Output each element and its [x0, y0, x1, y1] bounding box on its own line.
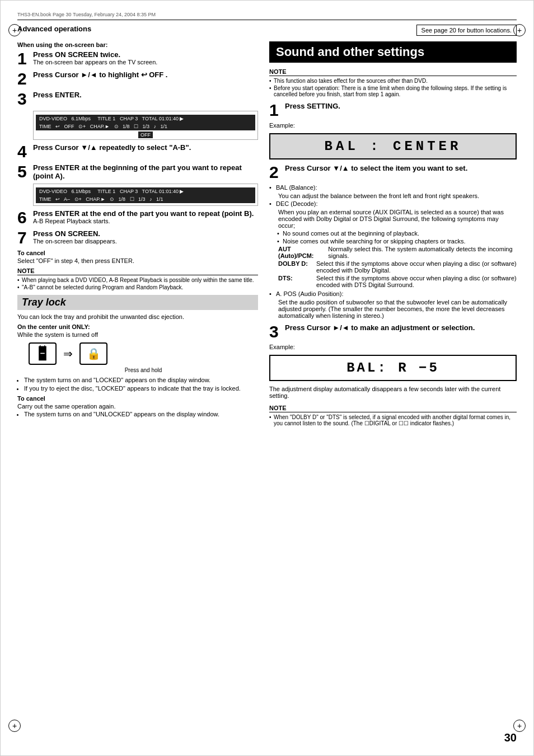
tray-cancel-text1: Carry out the same operation again. — [17, 403, 258, 410]
bal-center-display: BAL : CENTER — [269, 133, 517, 159]
right-note2-title: NOTE — [269, 405, 517, 412]
step-2-text: Press Cursor ►/◄ to highlight ↩ OFF . — [33, 71, 258, 79]
dvd-status-1: DVD-VIDEO 6.1Mbps TITLE 1 CHAP 3 TOTAL 0… — [33, 111, 258, 140]
right-note-2: Before you start operation: There is a t… — [269, 85, 517, 97]
on-center-sub: While the system is turned off — [17, 331, 258, 338]
page-container: THS3-EN.book Page 30 Tuesday, February 2… — [0, 0, 534, 756]
right-step-1-number: 1 — [269, 102, 282, 119]
right-step-3-content: Press Cursor ►/◄ to make an adjustment o… — [285, 323, 517, 332]
apos-desc: Set the audio position of subwoofer so t… — [278, 299, 517, 319]
step-6-text: Press ENTER at the end of the part you w… — [33, 209, 258, 218]
dec-sub-2: Noise comes out while searching for or s… — [283, 238, 517, 245]
step-3-content: Press ENTER. — [33, 91, 258, 99]
step-4-number: 4 — [17, 143, 30, 160]
apos-item: A. POS (Audio Position): — [269, 290, 517, 297]
step-7-text: Press ON SCREEN. — [33, 229, 258, 238]
right-column: Sound and other settings NOTE This funct… — [269, 41, 517, 431]
dvd-box-2: DVD-VIDEO 6.1Mbps TITLE 1 CHAP 3 TOTAL 0… — [33, 184, 258, 206]
corner-mark-tr — [513, 24, 526, 36]
tray-cancel-heading: To cancel — [17, 395, 258, 402]
dec-item: DEC (Decode): — [269, 200, 517, 207]
step-1: 1 Press ON SCREEN twice. The on-screen b… — [17, 50, 258, 67]
when-using-label: When using the on-screen bar: — [17, 41, 258, 48]
step-4-text: Press Cursor ▼/▲ repeatedly to select "A… — [33, 143, 258, 152]
right-step-2-content: Press Cursor ▼/▲ to select the item you … — [285, 164, 517, 172]
right-step-3-text: Press Cursor ►/◄ to make an adjustment o… — [285, 323, 517, 332]
print-info: THS3-EN.book Page 30 Tuesday, February 2… — [17, 12, 156, 17]
step-6: 6 Press ENTER at the end of the part you… — [17, 209, 258, 226]
dolby-val: Select this if the symptoms above occur … — [316, 260, 517, 274]
header-row: Advanced operations See page 20 for butt… — [17, 25, 517, 36]
dvd-off-label: OFF — [36, 132, 255, 138]
dts-key: DTS: — [278, 275, 312, 288]
step-5-content: Press ENTER at the beginning of the part… — [33, 163, 258, 180]
dvd-bar2-line2: TIME ↩ A– ⊙+ CHAP.► ⊙ 1/8 ☐ 1/3 ♪ 1/1 — [36, 195, 255, 203]
tray-cancel-bullets: The system turns on and "UNLOCKED" appea… — [17, 411, 258, 417]
step-7-number: 7 — [17, 229, 30, 246]
to-cancel-heading: To cancel — [17, 250, 258, 256]
lock-symbol: 🔒 — [87, 347, 101, 360]
step-1-text: Press ON SCREEN twice. — [33, 50, 258, 59]
right-note-title: NOTE — [269, 68, 517, 76]
on-center-heading: On the center unit ONLY: — [17, 323, 258, 330]
bal-r5-display: BAL: R −5 — [269, 355, 517, 381]
step-3-number: 3 — [17, 91, 30, 107]
tray-icon-lock: 🔒 — [79, 342, 107, 365]
right-note: NOTE This function also takes effect for… — [269, 68, 517, 97]
right-step-3-number: 3 — [269, 323, 282, 340]
left-note-title: NOTE — [17, 267, 258, 275]
right-step-1-example: Example: — [269, 122, 517, 129]
tray-diagram: ❙❙ 🁢 ⇒ 🔒 — [29, 342, 258, 365]
bal-desc: You can adjust the balance between the f… — [278, 192, 517, 199]
right-note-1: This function also takes effect for the … — [269, 78, 517, 84]
step-5-number: 5 — [17, 163, 30, 180]
press-hold-label: Press and hold — [29, 367, 258, 373]
print-bar: THS3-EN.book Page 30 Tuesday, February 2… — [17, 12, 517, 20]
tray-lock-desc: You can lock the tray and prohibit the u… — [17, 313, 258, 320]
right-step-3-desc: The adjustment display automatically dis… — [269, 386, 517, 399]
right-step-3-example: Example: — [269, 344, 517, 350]
step-5-text: Press ENTER at the beginning of the part… — [33, 163, 258, 180]
tray-pause-symbol: ❙❙ — [38, 345, 47, 350]
left-note-2: "A-B" cannot be selected during Program … — [17, 284, 258, 290]
dolby-row: DOLBY D: Select this if the symptoms abo… — [278, 260, 517, 274]
tray-bullet-1: The system turns on and "LOCKED" appears… — [24, 377, 258, 383]
step-6-content: Press ENTER at the end of the part you w… — [33, 209, 258, 224]
right-step-2-number: 2 — [269, 164, 282, 181]
tray-bullets: The system turns on and "LOCKED" appears… — [17, 377, 258, 392]
step-7: 7 Press ON SCREEN. The on-screen bar dis… — [17, 229, 258, 246]
two-col-layout: When using the on-screen bar: 1 Press ON… — [17, 41, 517, 431]
dec-sub-1: No sound comes out at the beginning of p… — [283, 230, 517, 237]
step-6-desc: A-B Repeat Playback starts. — [33, 218, 258, 224]
left-column: When using the on-screen bar: 1 Press ON… — [17, 41, 258, 431]
left-note: NOTE When playing back a DVD VIDEO, A-B … — [17, 267, 258, 290]
dolby-item: DOLBY D: Select this if the symptoms abo… — [278, 260, 517, 274]
tray-icon-normal: ❙❙ 🁢 — [29, 342, 57, 365]
step-2-number: 2 — [17, 71, 30, 87]
see-page-box: See page 20 for button locations. — [416, 25, 517, 36]
step-7-content: Press ON SCREEN. The on-screen bar disap… — [33, 229, 258, 245]
dts-row: DTS: Select this if the symptoms above o… — [278, 275, 517, 288]
step-4: 4 Press Cursor ▼/▲ repeatedly to select … — [17, 143, 258, 160]
corner-mark-bl — [8, 720, 21, 732]
aut-row: AUT (Auto)/PCM: Normally select this. Th… — [278, 246, 517, 259]
right-step-2: 2 Press Cursor ▼/▲ to select the item yo… — [269, 164, 517, 181]
dolby-key: DOLBY D: — [278, 260, 312, 274]
step-6-number: 6 — [17, 209, 30, 226]
dvd-bar-line2: TIME ↩ OFF ⊙+ CHAP.► ⊙ 1/8 ☐ 1/3 ♪ 1/1 — [36, 123, 255, 130]
step-2-content: Press Cursor ►/◄ to highlight ↩ OFF . — [33, 71, 258, 79]
right-step-1: 1 Press SETTING. — [269, 102, 517, 119]
right-note2-1: When "DOLBY D" or "DTS" is selected, if … — [269, 414, 517, 426]
corner-mark-br — [513, 720, 526, 732]
right-step-2-text: Press Cursor ▼/▲ to select the item you … — [285, 164, 517, 172]
left-note-1: When playing back a DVD VIDEO, A-B Repea… — [17, 277, 258, 283]
section-title: Advanced operations — [17, 25, 91, 33]
tray-cancel-bullet: The system turns on and "UNLOCKED" appea… — [24, 411, 258, 417]
right-step-1-text: Press SETTING. — [285, 102, 517, 110]
aut-item: AUT (Auto)/PCM: Normally select this. Th… — [278, 246, 517, 259]
right-step-3: 3 Press Cursor ►/◄ to make an adjustment… — [269, 323, 517, 340]
corner-mark-tl — [8, 24, 21, 36]
step-5: 5 Press ENTER at the beginning of the pa… — [17, 163, 258, 180]
step-3: 3 Press ENTER. — [17, 91, 258, 107]
step-1-number: 1 — [17, 50, 30, 67]
